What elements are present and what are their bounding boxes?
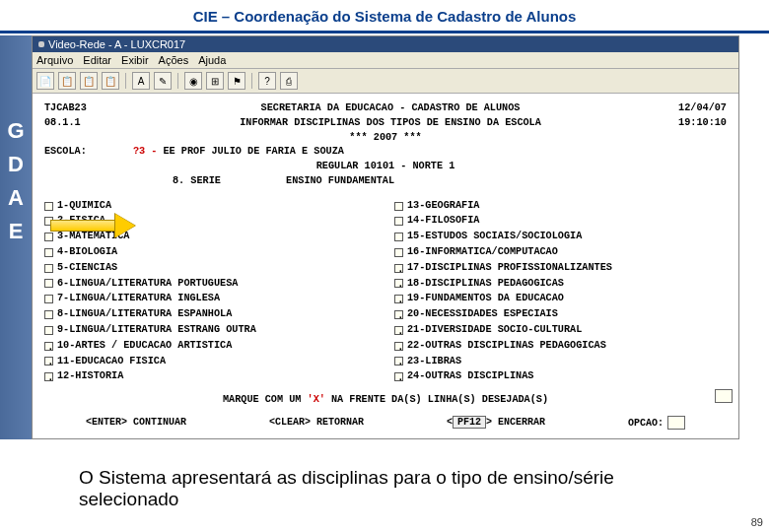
font-icon[interactable]: A (132, 72, 150, 90)
disciplina-checkbox[interactable] (394, 217, 403, 226)
version: 08.1.1 (44, 116, 133, 131)
disciplina-checkbox[interactable] (44, 248, 53, 257)
disciplina-label: 19-FUNDAMENTOS DA EDUCACAO (407, 292, 564, 306)
paste-icon[interactable]: 📋 (80, 72, 98, 90)
gdae-letter: G (7, 118, 24, 144)
disciplina-row: 14-FILOSOFIA (394, 214, 727, 229)
menu-item[interactable]: Editar (83, 54, 111, 66)
terminal-screen: TJCAB23 SECRETARIA DA EDUCACAO - CADASTR… (33, 94, 738, 436)
disciplina-label: 1-QUIMICA (57, 199, 111, 214)
disciplina-label: 8-LINGUA/LITERATURA ESPANHOLA (57, 307, 232, 322)
disciplina-label: 10-ARTES / EDUCACAO ARTISTICA (57, 339, 232, 354)
menu-item[interactable]: Arquivo (36, 54, 73, 66)
stamp-icon[interactable]: ◉ (184, 72, 202, 90)
year-line: *** 2007 *** (44, 131, 727, 146)
paste2-icon[interactable]: 📋 (102, 72, 119, 90)
clear-cmd: <CLEAR> RETORNAR (269, 416, 364, 431)
disciplina-label: 22-OUTRAS DISCIPLINAS PEDAGOGICAS (407, 339, 606, 354)
disciplina-label: 12-HISTORIA (57, 369, 123, 384)
disciplina-checkbox[interactable] (394, 233, 403, 241)
disciplina-row: 11-EDUCACAO FISICA (44, 355, 377, 369)
menubar: Arquivo Editar Exibir Ações Ajuda (33, 52, 738, 69)
gdae-letter: D (8, 152, 24, 177)
window-titlebar: Video-Rede - A - LUXCR017 (33, 36, 738, 52)
program-id: TJCAB23 (44, 101, 133, 116)
slide-caption: O Sistema apresentará as disciplinas par… (79, 467, 710, 510)
disciplina-label: 24-OUTRAS DISCIPLINAS (407, 369, 533, 384)
page-number: 89 (751, 516, 763, 528)
disciplina-label: 7-LINGUA/LITERATURA INGLESA (57, 292, 220, 306)
window-icon (38, 41, 44, 47)
doc-icon[interactable]: 📄 (36, 72, 54, 90)
disciplina-checkbox[interactable] (394, 264, 403, 273)
regular-line: REGULAR 10101 - NORTE 1 (44, 160, 727, 174)
disciplina-label: 20-NECESSIDADES ESPECIAIS (407, 307, 558, 322)
app-window: Video-Rede - A - LUXCR017 Arquivo Editar… (32, 35, 739, 439)
escola-label: ESCOLA: (44, 145, 133, 160)
disciplina-label: 21-DIVERSIDADE SOCIO-CULTURAL (407, 323, 582, 338)
pf12-button[interactable]: PF12 (453, 416, 486, 429)
gdae-letter: A (8, 185, 24, 211)
disciplina-row: 15-ESTUDOS SOCIAIS/SOCIOLOGIA (394, 230, 727, 244)
separator-icon (251, 73, 252, 89)
footer-commands: <ENTER> CONTINUAR <CLEAR> RETORNAR <PF12… (44, 416, 727, 431)
disciplina-row: 24-OUTRAS DISCIPLINAS (394, 369, 727, 384)
copy-icon[interactable]: 📋 (58, 72, 76, 90)
disciplina-checkbox[interactable] (394, 372, 403, 381)
disciplina-checkbox[interactable] (44, 357, 53, 366)
menu-item[interactable]: Ajuda (198, 54, 226, 66)
disciplina-checkbox[interactable] (44, 279, 53, 288)
tool-icon[interactable]: ⊞ (206, 72, 224, 90)
callout-arrow (50, 214, 139, 237)
enter-cmd: <ENTER> CONTINUAR (86, 416, 186, 431)
disciplina-row: 18-DISCIPLINAS PEDAGOGICAS (394, 277, 727, 292)
disciplina-row: 8-LINGUA/LITERATURA ESPANHOLA (44, 307, 377, 322)
disciplina-label: 14-FILOSOFIA (407, 214, 479, 229)
disciplina-checkbox[interactable] (394, 326, 403, 335)
disciplina-checkbox[interactable] (394, 310, 403, 319)
disciplina-checkbox[interactable] (44, 310, 53, 319)
disciplina-checkbox[interactable] (44, 372, 53, 381)
x-mark: 'X' (308, 394, 325, 405)
disciplina-checkbox[interactable] (44, 342, 53, 351)
disciplina-checkbox[interactable] (44, 264, 53, 273)
disciplina-row: 19-FUNDAMENTOS DA EDUCACAO (394, 292, 727, 306)
disciplina-checkbox[interactable] (394, 342, 403, 351)
menu-item[interactable]: Exibir (121, 54, 149, 66)
disciplina-label: 5-CIENCIAS (57, 261, 117, 276)
disciplina-checkbox[interactable] (44, 202, 53, 211)
small-input-box[interactable] (715, 389, 733, 403)
escola-code: ?3 - (133, 145, 157, 160)
disciplina-checkbox[interactable] (44, 326, 53, 335)
tipo-ensino: ENSINO FUNDAMENTAL (286, 175, 394, 186)
disciplina-checkbox[interactable] (44, 295, 53, 303)
disciplina-label: 17-DISCIPLINAS PROFISSIONALIZANTES (407, 261, 612, 276)
help-icon[interactable]: ? (258, 72, 276, 90)
disciplina-row: 4-BIOLOGIA (44, 245, 377, 260)
escola-name: EE PROF JULIO DE FARIA E SOUZA (163, 145, 343, 160)
disciplina-checkbox[interactable] (394, 295, 403, 303)
mark-icon[interactable]: ✎ (154, 72, 172, 90)
serie: 8. SERIE (173, 174, 221, 189)
header-subtitle: INFORMAR DISCIPLINAS DOS TIPOS DE ENSINO… (133, 116, 648, 131)
disciplina-checkbox[interactable] (394, 202, 403, 211)
gdae-sidebar: G D A E (0, 35, 32, 439)
disciplina-checkbox[interactable] (394, 279, 403, 288)
slide-title: CIE – Coordenação do Sistema de Cadastro… (0, 0, 769, 31)
print-icon[interactable]: ⎙ (280, 72, 298, 90)
disciplina-row: 13-GEOGRAFIA (394, 199, 727, 214)
disciplina-row: 20-NECESSIDADES ESPECIAIS (394, 307, 727, 322)
flag-icon[interactable]: ⚑ (228, 72, 245, 90)
disciplina-label: 15-ESTUDOS SOCIAIS/SOCIOLOGIA (407, 230, 582, 244)
disciplina-label: 4-BIOLOGIA (57, 245, 117, 260)
disciplina-label: 18-DISCIPLINAS PEDAGOGICAS (407, 277, 564, 292)
disciplina-label: 16-INFORMATICA/COMPUTACAO (407, 245, 558, 260)
menu-item[interactable]: Ações (159, 54, 189, 66)
instruction-line: MARQUE COM UM 'X' NA FRENTE DA(S) LINHA(… (44, 393, 727, 408)
disciplina-checkbox[interactable] (394, 357, 403, 366)
opcao-label: OPCAO: (628, 417, 664, 428)
disciplina-checkbox[interactable] (394, 248, 403, 257)
opcao-input[interactable] (667, 416, 685, 430)
date: 12/04/07 (648, 101, 727, 116)
encerrar-txt: > ENCERRAR (486, 417, 545, 428)
